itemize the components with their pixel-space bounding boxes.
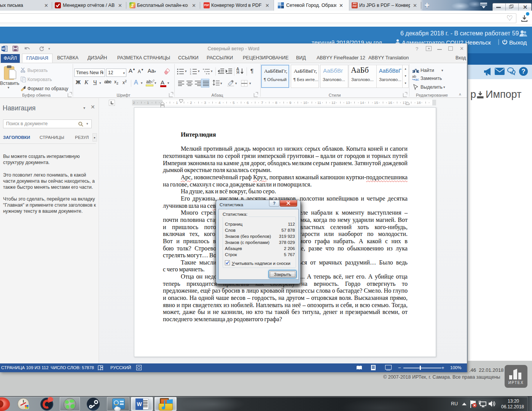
svg-text:ИРТЕХ: ИРТЕХ	[508, 381, 524, 385]
